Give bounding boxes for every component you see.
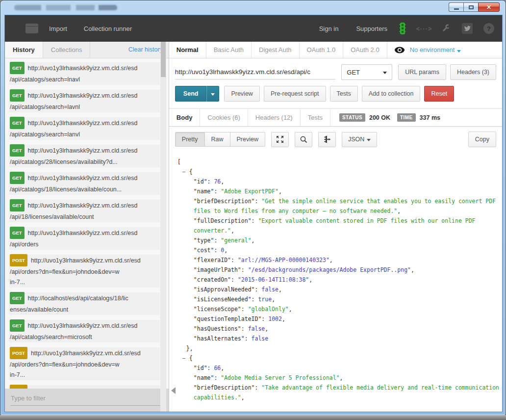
history-list: GEThttp://uvo1y3lrhawskk9yizz.vm.cld.sr/… bbox=[5, 58, 169, 389]
history-item[interactable]: GEThttp://uvo1y3lrhawskk9yizz.vm.cld.sr/… bbox=[9, 90, 160, 112]
search-icon bbox=[300, 135, 307, 143]
environment-selector[interactable]: No environment bbox=[410, 46, 461, 53]
tab-digest-auth[interactable]: Digest Auth bbox=[252, 42, 300, 58]
window-titlebar[interactable]: ✕ bbox=[0, 0, 506, 15]
history-item[interactable]: GEThttp://uvo1y3lrhawskk9yizz.vm.cld.sr/… bbox=[9, 200, 160, 222]
history-item[interactable]: GEThttp://localhost/esd/api/catalogs/18/… bbox=[9, 292, 160, 315]
url-input[interactable] bbox=[175, 65, 335, 79]
pretty-view-button[interactable]: Pretty bbox=[175, 132, 205, 147]
response-body: [− {"id": 76,"name": "Adobe ExportPDF","… bbox=[169, 152, 502, 412]
sign-in-button[interactable]: Sign in bbox=[319, 25, 339, 32]
twitter-icon[interactable] bbox=[461, 22, 474, 35]
method-badge: GET bbox=[10, 292, 25, 304]
tab-basic-auth[interactable]: Basic Auth bbox=[206, 42, 252, 58]
reset-button[interactable]: Reset bbox=[424, 86, 454, 102]
minimize-button[interactable] bbox=[449, 2, 463, 12]
send-options-button[interactable] bbox=[206, 86, 219, 102]
tab-normal[interactable]: Normal bbox=[169, 42, 206, 58]
format-icon bbox=[323, 135, 331, 143]
code-line: "type": "general", bbox=[175, 236, 499, 245]
request-url: /api/catalogs/search=microsoft bbox=[10, 332, 158, 342]
window-controls: ✕ bbox=[449, 2, 500, 12]
filter-input[interactable] bbox=[11, 393, 163, 406]
code-line: "questionTemplateID": 1002, bbox=[175, 314, 499, 324]
history-item[interactable]: GEThttp://uvo1y3lrhawskk9yizz.vm.cld.sr/… bbox=[9, 145, 160, 167]
environment-area: No environment bbox=[394, 42, 461, 58]
history-item[interactable]: POSThttp://uvo1y3lrhawskk9yizz.vm.cld.sr… bbox=[9, 385, 160, 389]
format-button[interactable] bbox=[318, 132, 336, 147]
tab-cookies[interactable]: Cookies (6) bbox=[200, 109, 248, 126]
tests-button[interactable]: Tests bbox=[330, 86, 358, 102]
sidebar-scrollbar-thumb[interactable] bbox=[161, 42, 166, 77]
request-url: http://uvo1y3lrhawskk9yizz.vm.cld.sr/esd bbox=[28, 322, 138, 329]
format-type-dropdown[interactable]: JSON bbox=[342, 132, 377, 147]
eye-icon[interactable] bbox=[394, 47, 405, 53]
import-button[interactable]: Import bbox=[49, 25, 67, 32]
request-url: in-7... bbox=[10, 370, 158, 380]
request-url: http://uvo1y3lrhawskk9yizz.vm.cld.sr/esd bbox=[28, 230, 138, 236]
sidebar-collapse-arrow[interactable] bbox=[171, 387, 176, 394]
tab-body[interactable]: Body bbox=[169, 109, 201, 126]
traffic-light-icon[interactable] bbox=[396, 22, 409, 35]
status-badge: STATUS bbox=[339, 113, 365, 122]
code-line: "briefDescription": "Take advantage of f… bbox=[175, 383, 499, 393]
history-item[interactable]: POSThttp://uvo1y3lrhawskk9yizz.vm.cld.sr… bbox=[9, 347, 160, 380]
maximize-icon bbox=[469, 5, 474, 9]
tab-history[interactable]: History bbox=[5, 42, 43, 58]
method-select[interactable]: GET bbox=[341, 64, 392, 80]
request-url: /api/catalogs/search=lanvl bbox=[10, 130, 158, 140]
maximize-button[interactable] bbox=[463, 2, 478, 12]
preview-view-button[interactable]: Preview bbox=[230, 132, 265, 147]
preview-button[interactable]: Preview bbox=[224, 86, 259, 102]
tab-oauth-1[interactable]: OAuth 1.0 bbox=[300, 42, 344, 58]
method-badge: GET bbox=[10, 89, 25, 102]
request-url: http://uvo1y3lrhawskk9yizz.vm.cld.sr/esd bbox=[28, 147, 138, 154]
method-badge: GET bbox=[10, 227, 25, 239]
send-button[interactable]: Send bbox=[175, 86, 207, 102]
code-snippet-icon[interactable]: <···> bbox=[418, 22, 430, 35]
tab-resp-tests[interactable]: Tests bbox=[301, 109, 330, 126]
help-icon[interactable]: ? bbox=[482, 22, 495, 35]
sidebar: History Collections Clear history GEThtt… bbox=[5, 42, 169, 412]
code-line: − { bbox=[175, 353, 499, 363]
sidebar-scrollbar[interactable] bbox=[160, 42, 166, 412]
history-item[interactable]: GEThttp://uvo1y3lrhawskk9yizz.vm.cld.sr/… bbox=[9, 117, 160, 140]
expand-button[interactable] bbox=[271, 132, 289, 147]
supporters-button[interactable]: Supporters bbox=[356, 25, 387, 32]
code-line: "flexeraID": "arl://MGS-APP-00000140323"… bbox=[175, 255, 499, 265]
chevron-down-icon bbox=[367, 139, 371, 141]
collection-runner-button[interactable]: Collection runner bbox=[84, 25, 132, 32]
tab-resp-headers[interactable]: Headers (12) bbox=[248, 109, 301, 126]
pre-request-script-button[interactable]: Pre-request script bbox=[264, 86, 326, 102]
request-url: in-7... bbox=[10, 277, 158, 288]
code-line: [ bbox=[175, 157, 499, 167]
copy-button[interactable]: Copy bbox=[468, 131, 496, 147]
code-line: files to Word files from any computer — … bbox=[175, 206, 499, 216]
raw-view-button[interactable]: Raw bbox=[205, 132, 230, 147]
code-line: "licenseScope": "globalOnly", bbox=[175, 304, 499, 314]
add-to-collection-button[interactable]: Add to collection bbox=[362, 86, 421, 102]
collections-icon[interactable] bbox=[25, 24, 38, 33]
tab-collections[interactable]: Collections bbox=[43, 42, 91, 58]
tab-oauth-2[interactable]: OAuth 2.0 bbox=[343, 42, 387, 58]
code-line: "createdOn": "2015-06-14T11:08:38", bbox=[175, 275, 499, 285]
code-line: "id": 76, bbox=[175, 177, 499, 186]
url-params-button[interactable]: URL params bbox=[398, 64, 446, 80]
history-item[interactable]: GEThttp://uvo1y3lrhawskk9yizz.vm.cld.sr/… bbox=[9, 62, 160, 85]
history-item[interactable]: GEThttp://uvo1y3lrhawskk9yizz.vm.cld.sr/… bbox=[9, 227, 160, 250]
window-title-blur bbox=[14, 5, 117, 10]
wrench-icon[interactable] bbox=[439, 22, 452, 35]
request-url: /api/orders?dn=flex&un=johndoe&dev=w bbox=[10, 267, 158, 277]
request-url: /api/orders?dn=flex&un=johndoe&dev=w bbox=[10, 360, 158, 370]
close-button[interactable]: ✕ bbox=[478, 2, 500, 12]
history-item[interactable]: GEThttp://uvo1y3lrhawskk9yizz.vm.cld.sr/… bbox=[9, 172, 160, 195]
history-item[interactable]: POSThttp://uvo1y3lrhawskk9yizz.vm.cld.sr… bbox=[9, 255, 160, 288]
auth-tabs: Normal Basic Auth Digest Auth OAuth 1.0 … bbox=[169, 42, 502, 58]
history-item[interactable]: GEThttp://uvo1y3lrhawskk9yizz.vm.cld.sr/… bbox=[9, 320, 160, 342]
search-button[interactable] bbox=[295, 132, 312, 147]
headers-button[interactable]: Headers (3) bbox=[450, 64, 496, 80]
minimize-icon bbox=[454, 8, 459, 10]
chevron-down-icon bbox=[383, 72, 387, 74]
method-badge: GET bbox=[10, 144, 25, 157]
response-views-row: Pretty Raw Preview bbox=[169, 127, 502, 152]
